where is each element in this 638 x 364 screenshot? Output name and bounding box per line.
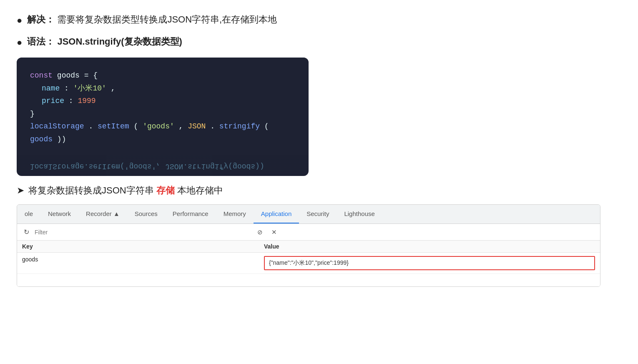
code-dot-2: . <box>210 122 215 131</box>
close-button[interactable]: ✕ <box>268 226 280 238</box>
bullet-label-2: 语法： <box>27 36 55 47</box>
code-setitem: setItem <box>98 122 129 131</box>
tab-sources[interactable]: Sources <box>127 204 165 223</box>
col-key-header: Key <box>22 243 264 250</box>
code-colon-2: : <box>69 97 78 105</box>
code-paren-2: ( <box>264 122 269 131</box>
tab-performance[interactable]: Performance <box>165 204 216 223</box>
code-line-4: } <box>30 108 295 120</box>
code-str-val: '小米10' <box>73 84 106 93</box>
code-line-2: name : '小米10' , <box>30 82 295 95</box>
code-colon-1: : <box>64 84 73 93</box>
code-block: const goods = { name : '小米10' , price : … <box>17 58 309 154</box>
tab-network[interactable]: Network <box>40 204 78 223</box>
code-line-3: price : 1999 <box>30 95 295 108</box>
table-row: goods {"name":"小米10","price":1999} <box>17 253 600 274</box>
tab-ole[interactable]: ole <box>17 204 40 223</box>
reflection-line: localStorage.setItem('goods', JSON.strin… <box>30 160 295 172</box>
bullet-dot-1: ● <box>17 13 22 27</box>
bullet-content-2: JSON.stringify(复杂数据类型) <box>57 36 182 47</box>
code-line-1: const goods = { <box>30 69 295 82</box>
devtools-panel: ole Network Recorder ▲ Sources Performan… <box>17 204 600 287</box>
block-button[interactable]: ⊘ <box>254 226 266 238</box>
tab-memory[interactable]: Memory <box>216 204 254 223</box>
row-value: {"name":"小米10","price":1999} <box>264 256 595 270</box>
bullet-text-2: 语法： JSON.stringify(复杂数据类型) <box>27 35 182 48</box>
arrow-symbol: ➤ <box>17 185 24 196</box>
code-brace-close: } <box>30 110 35 118</box>
code-reflection: localStorage.setItem('goods', JSON.strin… <box>17 154 309 176</box>
bullet-content-1: 需要将复杂数据类型转换成JSON字符串,在存储到本地 <box>57 14 277 25</box>
code-json: JSON <box>188 122 206 131</box>
code-equals: = { <box>84 71 98 80</box>
bullet-item-2: ● 语法： JSON.stringify(复杂数据类型) <box>17 35 621 49</box>
table-header: Key Value <box>17 241 600 253</box>
filter-input[interactable] <box>35 229 251 236</box>
code-comma-2: , <box>179 122 188 131</box>
code-comma-1: , <box>111 84 116 93</box>
tab-bar: ole Network Recorder ▲ Sources Performan… <box>17 205 600 224</box>
refresh-button[interactable]: ↻ <box>20 226 32 238</box>
arrow-highlight: 存储 <box>156 184 175 197</box>
code-stringify: stringify <box>219 122 260 131</box>
bullet-item-1: ● 解决： 需要将复杂数据类型转换成JSON字符串,在存储到本地 <box>17 13 621 27</box>
bullet-label-1: 解决： <box>27 14 55 25</box>
code-prop-price: price <box>42 97 64 105</box>
tab-application[interactable]: Application <box>254 204 299 223</box>
code-container: const goods = { name : '小米10' , price : … <box>17 58 309 176</box>
arrow-line: ➤ 将复杂数据转换成JSON字符串 存储 本地存储中 <box>17 184 621 197</box>
table-area: Key Value goods {"name":"小米10","price":1… <box>17 241 600 286</box>
code-paren-1: ( <box>134 122 138 131</box>
block-icon: ⊘ <box>257 228 263 236</box>
tab-recorder[interactable]: Recorder ▲ <box>78 204 127 223</box>
code-goods-arg: goods <box>30 135 53 143</box>
tab-security[interactable]: Security <box>299 204 337 223</box>
col-value-header: Value <box>264 243 595 250</box>
code-goods-key: 'goods' <box>143 122 174 131</box>
row-key: goods <box>22 256 264 263</box>
tab-lighthouse[interactable]: Lighthouse <box>337 204 382 223</box>
code-num-val: 1999 <box>78 97 95 105</box>
code-const: const <box>30 71 53 80</box>
filter-bar: ↻ ⊘ ✕ <box>17 224 600 241</box>
arrow-text2: 本地存储中 <box>177 184 223 197</box>
bullet-dot-2: ● <box>17 35 22 49</box>
table-empty-row <box>17 274 600 286</box>
code-dot-1: . <box>88 122 93 131</box>
close-icon: ✕ <box>271 228 277 236</box>
code-paren-3: )) <box>57 135 66 143</box>
bullet-text-1: 解决： 需要将复杂数据类型转换成JSON字符串,在存储到本地 <box>27 13 277 26</box>
arrow-text1: 将复杂数据转换成JSON字符串 <box>28 184 154 197</box>
code-prop-name: name <box>42 84 60 93</box>
code-localstorage: localStorage <box>30 122 84 131</box>
code-plain-1: goods <box>57 71 84 80</box>
refresh-icon: ↻ <box>24 228 29 236</box>
code-line-5: localStorage . setItem ( 'goods' , JSON … <box>30 120 295 146</box>
